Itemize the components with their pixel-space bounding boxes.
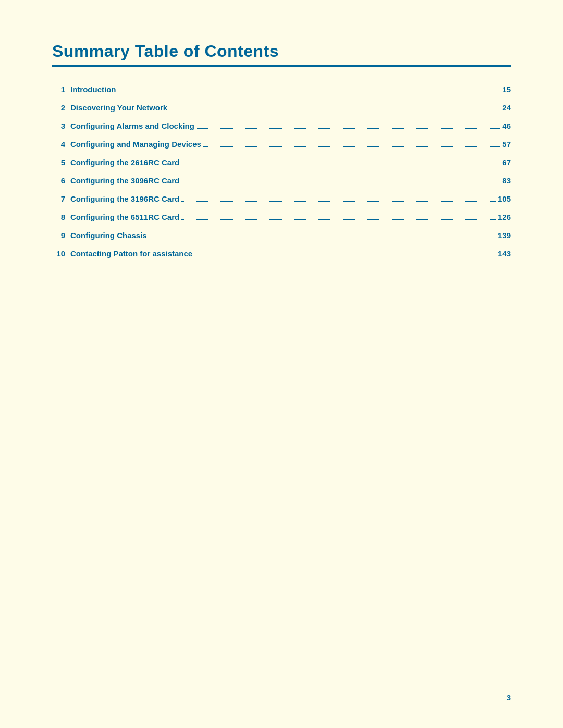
toc-container: 1Introduction152Discovering Your Network… bbox=[52, 85, 511, 258]
toc-number: 6 bbox=[52, 176, 70, 185]
toc-link[interactable]: Configuring the 6511RC Card bbox=[70, 213, 179, 221]
title-section: Summary Table of Contents bbox=[52, 42, 511, 67]
toc-page-number: 24 bbox=[502, 103, 511, 112]
title-underline bbox=[52, 65, 511, 67]
toc-dots bbox=[203, 146, 500, 147]
toc-row: 9Configuring Chassis139 bbox=[52, 231, 511, 240]
toc-page-number: 126 bbox=[498, 213, 511, 221]
toc-entry[interactable]: Configuring the 3096RC Card83 bbox=[70, 176, 511, 185]
toc-link[interactable]: Configuring and Managing Devices bbox=[70, 140, 201, 149]
toc-entry[interactable]: Configuring Alarms and Clocking46 bbox=[70, 121, 511, 130]
page-number: 3 bbox=[507, 693, 511, 702]
toc-page-number: 46 bbox=[502, 121, 511, 130]
toc-dots bbox=[197, 128, 500, 129]
toc-dots bbox=[181, 165, 500, 165]
toc-entry[interactable]: Configuring the 2616RC Card67 bbox=[70, 158, 511, 167]
toc-number: 3 bbox=[52, 121, 70, 130]
toc-page-number: 139 bbox=[498, 231, 511, 240]
toc-page-number: 143 bbox=[498, 249, 511, 258]
toc-page-number: 67 bbox=[502, 158, 511, 167]
toc-entry[interactable]: Configuring the 3196RC Card105 bbox=[70, 194, 511, 203]
toc-number: 10 bbox=[52, 249, 70, 258]
toc-link[interactable]: Introduction bbox=[70, 85, 116, 94]
toc-number: 9 bbox=[52, 231, 70, 240]
toc-page-number: 83 bbox=[502, 176, 511, 185]
toc-number: 5 bbox=[52, 158, 70, 167]
toc-row: 7Configuring the 3196RC Card105 bbox=[52, 194, 511, 203]
page-title: Summary Table of Contents bbox=[52, 42, 511, 61]
page-container: Summary Table of Contents 1Introduction1… bbox=[0, 0, 563, 728]
toc-dots bbox=[149, 238, 496, 238]
toc-entry[interactable]: Configuring Chassis139 bbox=[70, 231, 511, 240]
toc-row: 2Discovering Your Network24 bbox=[52, 103, 511, 112]
toc-number: 2 bbox=[52, 103, 70, 112]
toc-row: 5Configuring the 2616RC Card67 bbox=[52, 158, 511, 167]
toc-entry[interactable]: Discovering Your Network24 bbox=[70, 103, 511, 112]
toc-entry[interactable]: Contacting Patton for assistance143 bbox=[70, 249, 511, 258]
toc-number: 7 bbox=[52, 194, 70, 203]
toc-entry[interactable]: Configuring the 6511RC Card126 bbox=[70, 213, 511, 221]
toc-dots bbox=[181, 201, 496, 202]
toc-number: 8 bbox=[52, 213, 70, 221]
toc-dots bbox=[181, 183, 500, 183]
toc-number: 4 bbox=[52, 140, 70, 149]
toc-dots bbox=[181, 219, 496, 220]
toc-dots bbox=[118, 92, 500, 92]
toc-link[interactable]: Configuring the 3196RC Card bbox=[70, 194, 179, 203]
toc-row: 1Introduction15 bbox=[52, 85, 511, 94]
toc-row: 8Configuring the 6511RC Card126 bbox=[52, 213, 511, 221]
toc-page-number: 105 bbox=[498, 194, 511, 203]
toc-link[interactable]: Contacting Patton for assistance bbox=[70, 249, 192, 258]
toc-link[interactable]: Configuring the 3096RC Card bbox=[70, 176, 179, 185]
toc-entry[interactable]: Introduction15 bbox=[70, 85, 511, 94]
toc-row: 4Configuring and Managing Devices57 bbox=[52, 140, 511, 149]
toc-number: 1 bbox=[52, 85, 70, 94]
toc-entry[interactable]: Configuring and Managing Devices57 bbox=[70, 140, 511, 149]
toc-dots bbox=[169, 110, 500, 110]
toc-link[interactable]: Configuring the 2616RC Card bbox=[70, 158, 179, 167]
toc-page-number: 57 bbox=[502, 140, 511, 149]
toc-row: 3Configuring Alarms and Clocking46 bbox=[52, 121, 511, 130]
toc-link[interactable]: Configuring Chassis bbox=[70, 231, 147, 240]
toc-link[interactable]: Discovering Your Network bbox=[70, 103, 167, 112]
toc-dots bbox=[194, 256, 496, 256]
toc-row: 6Configuring the 3096RC Card83 bbox=[52, 176, 511, 185]
toc-page-number: 15 bbox=[502, 85, 511, 94]
toc-row: 10Contacting Patton for assistance143 bbox=[52, 249, 511, 258]
toc-link[interactable]: Configuring Alarms and Clocking bbox=[70, 121, 194, 130]
